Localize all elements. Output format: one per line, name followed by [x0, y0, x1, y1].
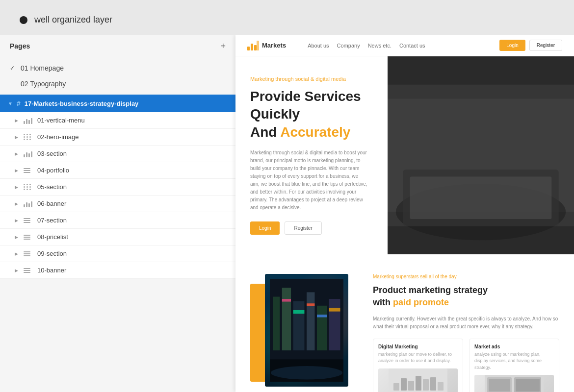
svg-rect-3 — [257, 41, 259, 50]
layer-item-03[interactable]: ▶ 03-section — [0, 146, 235, 162]
lines-icon — [24, 251, 32, 256]
layer-item-09[interactable]: ▶ 09-section — [0, 245, 235, 262]
layer-item-06[interactable]: ▶ 06-banner — [0, 196, 235, 212]
add-page-button[interactable]: + — [220, 42, 226, 50]
section2-image-area — [250, 274, 358, 392]
svg-point-23 — [271, 366, 342, 379]
lines-icon — [24, 235, 32, 240]
card1-title: Digital Marketing — [378, 344, 458, 349]
layer-item-07-name: 07-section — [37, 217, 67, 224]
hero-title-accent: Accurately — [280, 124, 350, 140]
svg-rect-9 — [410, 176, 552, 219]
svg-rect-35 — [489, 379, 510, 392]
svg-rect-27 — [408, 381, 414, 391]
bars-icon — [24, 117, 32, 124]
svg-rect-15 — [317, 306, 327, 350]
section2-label: Marketing superstars sell all of the day — [373, 274, 559, 279]
hero-right — [388, 56, 574, 254]
page-item-typography[interactable]: 02 Typography — [0, 76, 235, 92]
expand-arrow-icon: ▶ — [15, 185, 19, 190]
svg-rect-28 — [416, 376, 421, 391]
page-typography-label: 02 Typography — [21, 80, 66, 88]
section2-title-line2: with — [373, 297, 393, 307]
hero-title-line2: And — [250, 124, 280, 140]
card2-body: analyze using our marketing plan, displa… — [474, 351, 554, 371]
card2-image — [474, 375, 554, 392]
svg-rect-17 — [293, 310, 305, 314]
preview-navbar: Markets About us Company News etc. Conta… — [235, 35, 574, 56]
nav-login-button[interactable]: Login — [499, 40, 525, 51]
expand-arrow-icon: ▶ — [15, 135, 19, 140]
section2-title-accent: paid promote — [393, 297, 449, 307]
hero-register-button[interactable]: Register — [285, 221, 321, 235]
section2-image — [250, 274, 358, 392]
expand-arrow-icon: ▶ — [15, 251, 19, 256]
top-label: well organized layer — [34, 15, 112, 25]
preview-container[interactable]: Markets About us Company News etc. Conta… — [235, 35, 574, 392]
layer-item-01[interactable]: ▶ 01-vertical-menu — [0, 112, 235, 129]
svg-rect-11 — [273, 297, 280, 351]
svg-rect-18 — [307, 303, 314, 306]
page-homepage-label: 01 Homepage — [21, 64, 64, 72]
hash-icon: # — [17, 99, 21, 107]
layer-item-08[interactable]: ▶ 08-pricelist — [0, 229, 235, 245]
svg-rect-25 — [393, 383, 399, 391]
nav-link-about: About us — [308, 43, 329, 49]
layer-item-02[interactable]: ▶ 02-hero-image — [0, 129, 235, 146]
layer-item-05[interactable]: ▶ 05-section — [0, 179, 235, 196]
layer-item-07[interactable]: ▶ 07-section — [0, 212, 235, 229]
hero-image — [388, 56, 574, 254]
svg-rect-31 — [438, 382, 444, 391]
hero-buttons: Login Register — [250, 221, 373, 235]
lines-icon — [24, 168, 32, 173]
layer-item-04[interactable]: ▶ 04-portfolio — [0, 162, 235, 179]
svg-rect-29 — [423, 379, 429, 391]
logo-text: Markets — [262, 42, 286, 49]
lines-icon — [24, 218, 32, 223]
nav-link-contact: Contact us — [399, 43, 425, 49]
nav-register-button[interactable]: Register — [529, 40, 562, 51]
svg-rect-14 — [307, 293, 314, 351]
expand-arrow-icon: ▶ — [15, 201, 19, 206]
expand-arrow-icon: ▶ — [15, 268, 19, 273]
card1-body: marketing plan our move to deliver, to a… — [378, 351, 458, 365]
layer-item-06-name: 06-banner — [37, 200, 66, 207]
svg-rect-21 — [282, 299, 291, 301]
section2-right: Marketing superstars sell all of the day… — [373, 274, 559, 392]
main-layout: Pages + ✓ 01 Homepage 02 Typography ▼ # … — [0, 35, 574, 392]
layer-item-03-name: 03-section — [37, 150, 67, 157]
pages-header: Pages + — [0, 35, 235, 57]
layer-item-09-name: 09-section — [37, 250, 67, 257]
layer-item-04-name: 04-portfolio — [37, 167, 69, 174]
card-market-ads: Market ads analyze using our marketing p… — [469, 339, 559, 392]
hero-login-button[interactable]: Login — [250, 221, 280, 235]
expand-arrow-icon: ▶ — [15, 151, 19, 156]
svg-rect-19 — [317, 315, 327, 317]
dots-icon — [24, 184, 32, 190]
photo-overlay — [265, 274, 348, 387]
pages-list: ✓ 01 Homepage 02 Typography — [0, 57, 235, 95]
nav-buttons: Login Register — [499, 40, 562, 51]
city-photo — [265, 274, 348, 387]
section2-body: Marketing currently. However with the gr… — [373, 315, 559, 331]
svg-rect-30 — [430, 377, 436, 391]
svg-rect-0 — [247, 47, 250, 50]
nav-link-company: Company — [337, 43, 360, 49]
top-area: well organized layer — [0, 0, 574, 35]
section2-title-text: Product marketing strategy — [373, 285, 488, 295]
layer-item-10-name: 10-banner — [37, 267, 66, 274]
preview-website: Markets About us Company News etc. Conta… — [235, 35, 574, 392]
layer-item-08-name: 08-pricelist — [37, 233, 68, 241]
svg-rect-26 — [401, 378, 407, 391]
card-digital-marketing: Digital Marketing marketing plan our mov… — [373, 339, 463, 392]
layer-item-10[interactable]: ▶ 10-banner — [0, 262, 235, 279]
page-item-homepage[interactable]: ✓ 01 Homepage — [0, 60, 235, 76]
section2-title: Product marketing strategy with paid pro… — [373, 284, 559, 309]
right-panel: Markets About us Company News etc. Conta… — [235, 35, 574, 392]
hero-left: Marketing through social & digital media… — [235, 56, 388, 254]
dots-icon — [24, 134, 32, 140]
layer-header[interactable]: ▼ # 17-Markets-business-strategy-display — [0, 95, 235, 112]
layer-item-01-name: 01-vertical-menu — [37, 117, 85, 124]
logo-icon — [247, 41, 259, 50]
lines-icon — [24, 268, 32, 273]
